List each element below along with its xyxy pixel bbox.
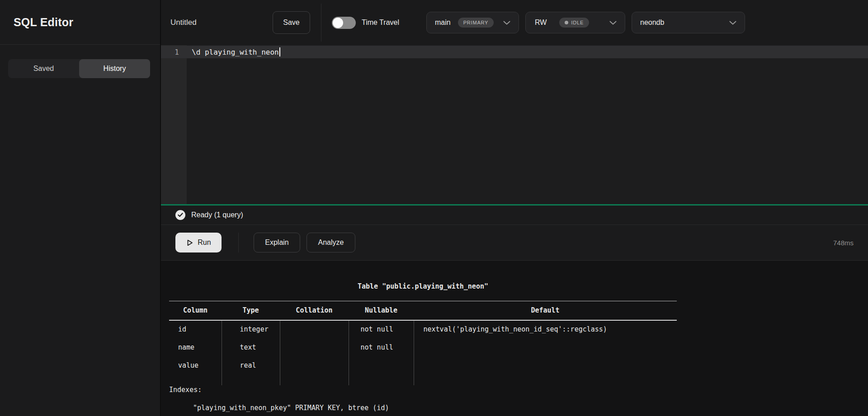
table-cell <box>414 338 677 356</box>
table-cell <box>349 356 414 374</box>
table-cell: nextval('playing_with_neon_id_seq'::regc… <box>414 320 677 338</box>
topbar-divider <box>321 4 321 42</box>
chevron-down-icon <box>503 21 510 25</box>
play-icon <box>186 239 193 247</box>
index-entry: "playing_with_neon_pkey" PRIMARY KEY, bt… <box>193 403 868 412</box>
compute-selector[interactable]: RW IDLE <box>525 12 625 33</box>
sql-editor-area[interactable]: 1 \d playing_with_neon <box>161 45 868 204</box>
query-duration: 748ms <box>833 239 854 247</box>
table-filler-row <box>169 374 677 385</box>
compute-status-badge: IDLE <box>559 18 589 28</box>
column-header: Type <box>222 301 280 320</box>
time-travel-label: Time Travel <box>362 0 399 45</box>
table-cell: not null <box>349 320 414 338</box>
sidebar-header: SQL Editor <box>0 0 160 45</box>
time-travel-toggle[interactable] <box>332 17 356 29</box>
column-header: Nullable <box>349 301 414 320</box>
run-button[interactable]: Run <box>175 233 222 252</box>
main-panel: Untitled Save Time Travel main PRIMARY R… <box>160 0 868 416</box>
toggle-knob <box>333 18 343 28</box>
table-cell: value <box>169 356 222 374</box>
table-cell: text <box>222 338 280 356</box>
save-button[interactable]: Save <box>273 11 310 34</box>
status-bar: Ready (1 query) <box>161 206 868 225</box>
compute-status: IDLE <box>571 20 584 25</box>
query-title: Untitled <box>170 0 197 45</box>
topbar: Untitled Save Time Travel main PRIMARY R… <box>161 0 868 45</box>
line-number: 1 <box>161 48 187 56</box>
table-cell: real <box>222 356 280 374</box>
branch-primary-badge: PRIMARY <box>458 18 494 28</box>
results-panel: Table "public.playing_with_neon" Column … <box>161 261 868 416</box>
check-circle-icon <box>175 210 185 220</box>
page-title: SQL Editor <box>14 16 73 29</box>
chevron-down-icon <box>729 21 736 25</box>
chevron-down-icon <box>609 21 617 25</box>
table-cell <box>414 356 677 374</box>
code-text: \d playing_with_neon <box>192 48 279 56</box>
run-label: Run <box>198 238 211 247</box>
table-cell: not null <box>349 338 414 356</box>
table-row: value real <box>169 356 677 374</box>
compute-name: RW <box>535 19 547 27</box>
column-header: Column <box>169 301 222 320</box>
explain-button[interactable]: Explain <box>254 233 300 252</box>
table-cell <box>280 356 349 374</box>
table-cell: id <box>169 320 222 338</box>
table-cell: integer <box>222 320 280 338</box>
tab-history[interactable]: History <box>79 59 150 78</box>
tab-saved[interactable]: Saved <box>8 59 79 78</box>
table-cell: name <box>169 338 222 356</box>
sidebar: SQL Editor Saved History <box>0 0 160 416</box>
editor-gutter <box>161 45 187 204</box>
indexes-label: Indexes: <box>169 385 868 394</box>
table-header-row: Column Type Collation Nullable Default <box>169 301 677 320</box>
action-divider <box>238 233 239 252</box>
database-name: neondb <box>640 19 664 27</box>
database-selector[interactable]: neondb <box>632 12 745 33</box>
branch-name: main <box>435 19 451 27</box>
text-cursor <box>279 47 280 56</box>
saved-history-tabs: Saved History <box>8 59 150 78</box>
idle-dot-icon <box>565 21 568 24</box>
table-row: id integer not null nextval('playing_wit… <box>169 320 677 338</box>
table-row: name text not null <box>169 338 677 356</box>
table-cell <box>280 320 349 338</box>
column-header: Collation <box>280 301 349 320</box>
table-cell <box>280 338 349 356</box>
action-bar: Run Explain Analyze 748ms <box>161 225 868 261</box>
result-table: Column Type Collation Nullable Default i… <box>169 301 677 385</box>
status-message: Ready (1 query) <box>191 211 243 219</box>
result-table-title: Table "public.playing_with_neon" <box>169 282 677 291</box>
branch-selector[interactable]: main PRIMARY <box>426 12 519 33</box>
column-header: Default <box>414 301 677 320</box>
code-line-1[interactable]: 1 \d playing_with_neon <box>161 46 868 58</box>
analyze-button[interactable]: Analyze <box>307 233 355 252</box>
